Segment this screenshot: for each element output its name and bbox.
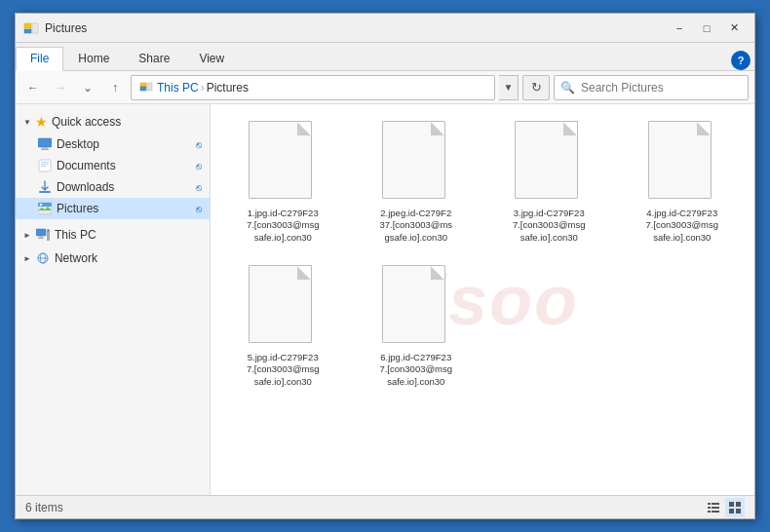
explorer-window: Pictures − □ ✕ File Home Share View ? ← … [15,13,755,519]
path-this-pc[interactable]: This PC [157,81,199,95]
path-pictures[interactable]: Pictures [207,81,249,95]
svg-rect-28 [712,507,719,509]
svg-rect-12 [41,166,46,167]
search-box: 🔍 [554,75,749,100]
svg-rect-1 [24,29,31,33]
back-button[interactable]: ← [21,76,45,99]
file-label-4: 4.jpg.id-C279F23 7.[con3003@msg safe.io]… [645,208,718,244]
tab-home[interactable]: Home [63,47,124,70]
sidebar-item-desktop[interactable]: Desktop ⎋ [16,133,210,155]
this-pc-icon [35,227,51,243]
view-controls [704,498,745,517]
file-label-2: 2.jpeg.id-C279F2 37.[con3003@ms gsafe.io… [379,208,452,244]
network-icon [35,250,51,266]
tab-file[interactable]: File [16,47,63,71]
svg-rect-17 [36,229,46,236]
search-icon: 🔍 [555,81,581,95]
this-pc-label: This PC [55,228,96,242]
window-icon [23,20,39,36]
network-expand-icon: ► [23,254,31,263]
minimize-button[interactable]: − [667,19,692,38]
file-grid: cisoo 1.jpg.id-C279F23 7.[con3003@msg sa… [211,104,754,495]
sidebar-section-quick-access[interactable]: ▼ ★ Quick access [16,110,210,133]
documents-pin-icon: ⎋ [196,161,202,171]
svg-rect-34 [736,509,741,513]
grid-view-button[interactable] [725,498,745,517]
status-bar: 6 items [16,495,754,518]
file-item-6[interactable]: 6.jpg.id-C279F23 7.[con3003@msg safe.io]… [354,258,480,395]
address-dropdown-button[interactable]: ▼ [499,75,519,100]
file-item-3[interactable]: 3.jpg.id-C279F23 7.[con3003@msg safe.io]… [486,114,612,250]
svg-rect-32 [736,502,741,507]
forward-button[interactable]: → [49,76,72,99]
item-count-label: 6 items [25,501,63,514]
desktop-icon [37,136,53,152]
this-pc-expand-icon: ► [23,231,31,240]
sidebar-item-downloads[interactable]: Downloads ⎋ [16,176,210,198]
documents-icon [37,158,53,173]
refresh-button[interactable]: ↻ [522,75,550,100]
close-button[interactable]: ✕ [721,19,747,38]
sidebar-downloads-label: Downloads [57,180,114,194]
svg-rect-3 [140,83,146,87]
search-input[interactable] [581,81,727,95]
svg-rect-33 [729,509,734,513]
svg-rect-5 [147,83,152,91]
title-bar: Pictures − □ ✕ [16,14,754,43]
svg-rect-2 [32,23,38,33]
file-icon-2 [382,121,450,204]
downloads-pin-icon: ⎋ [196,182,202,193]
window-title: Pictures [45,21,667,35]
ribbon-tabs: File Home Share View ? [16,43,754,70]
pictures-icon [37,201,53,216]
file-label-5: 5.jpg.id-C279F23 7.[con3003@msg safe.io]… [247,352,320,388]
help-button[interactable]: ? [731,51,751,70]
ribbon: File Home Share View ? [16,43,754,71]
sidebar-section-network[interactable]: ► Network [16,247,210,270]
tab-view[interactable]: View [184,47,239,70]
file-item-1[interactable]: 1.jpg.id-C279F23 7.[con3003@msg safe.io]… [220,114,346,250]
maximize-button[interactable]: □ [694,19,719,38]
sidebar-desktop-label: Desktop [57,137,99,151]
svg-rect-7 [42,147,48,149]
tab-share[interactable]: Share [124,47,184,70]
svg-rect-30 [712,511,719,513]
file-label-6: 6.jpg.id-C279F23 7.[con3003@msg safe.io]… [379,352,452,388]
sidebar-documents-label: Documents [57,159,116,172]
address-path[interactable]: This PC › Pictures [131,75,495,100]
svg-rect-0 [24,23,31,28]
address-bar: ← → ⌄ ↑ This PC › Pictures ▼ ↻ 🔍 [16,71,754,104]
recent-locations-button[interactable]: ⌄ [76,76,99,99]
downloads-icon [37,179,53,195]
svg-rect-26 [712,503,719,505]
svg-rect-8 [41,149,49,150]
list-view-button[interactable] [704,498,723,517]
svg-rect-19 [38,238,44,239]
desktop-pin-icon: ⎋ [196,139,202,150]
svg-point-16 [40,204,42,206]
svg-rect-29 [708,511,711,513]
file-icon-5 [249,265,317,348]
svg-rect-27 [708,507,711,509]
sidebar-pictures-label: Pictures [57,202,98,215]
sidebar-item-documents[interactable]: Documents ⎋ [16,155,210,176]
quick-access-expand-icon: ▼ [23,118,31,127]
sidebar-item-pictures[interactable]: Pictures ⎋ [16,198,210,219]
file-item-4[interactable]: 4.jpg.id-C279F23 7.[con3003@msg safe.io]… [620,114,746,250]
svg-point-21 [47,230,49,232]
svg-rect-6 [38,138,52,147]
file-icon-4 [648,121,716,204]
quick-access-label: Quick access [52,115,121,129]
up-button[interactable]: ↑ [103,76,127,99]
network-label: Network [55,251,97,265]
file-label-3: 3.jpg.id-C279F23 7.[con3003@msg safe.io]… [513,208,586,244]
file-icon-3 [515,121,583,204]
svg-rect-31 [729,502,734,507]
file-item-2[interactable]: 2.jpeg.id-C279F2 37.[con3003@ms gsafe.io… [354,114,480,250]
svg-rect-25 [708,503,711,505]
path-separator-1: › [201,81,205,95]
sidebar-section-this-pc[interactable]: ► This PC [16,223,210,247]
svg-rect-18 [39,236,43,238]
main-area: ▼ ★ Quick access Desktop ⎋ [16,104,754,495]
file-item-5[interactable]: 5.jpg.id-C279F23 7.[con3003@msg safe.io]… [220,258,346,395]
